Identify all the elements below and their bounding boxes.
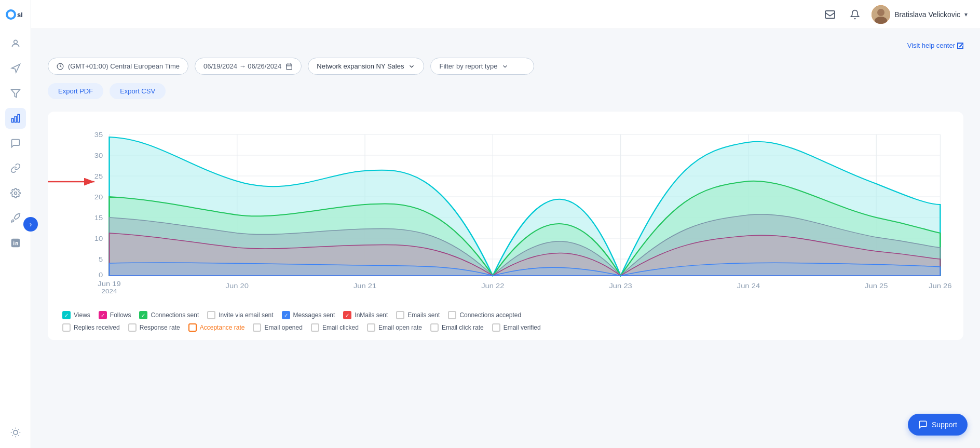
sidebar: sl › <box>0 0 31 448</box>
export-csv-button[interactable]: Export CSV <box>110 83 166 99</box>
filters-row: (GMT+01:00) Central European Time 06/19/… <box>48 58 963 75</box>
page-content: Visit help center (GMT+01:00) Central Eu… <box>31 29 980 448</box>
legend-check-emails-sent <box>396 311 404 319</box>
chart-container: 35 30 25 20 15 10 5 0 <box>48 112 963 340</box>
sidebar-item-linkedin[interactable] <box>5 233 26 253</box>
svg-text:2024: 2024 <box>101 288 117 294</box>
support-button[interactable]: Support <box>908 414 968 436</box>
chart-legend-row2: Replies received Response rate Acceptanc… <box>58 323 953 332</box>
legend-check-replies <box>62 323 71 332</box>
sidebar-item-chat[interactable] <box>5 133 26 154</box>
svg-text:20: 20 <box>94 194 103 200</box>
legend-inmails-sent[interactable]: ✓ InMails sent <box>343 311 388 319</box>
svg-point-10 <box>13 430 17 435</box>
main-content: Bratislava Velickovic ▾ Visit help cente… <box>31 0 980 448</box>
svg-point-1 <box>8 11 14 18</box>
user-chevron-icon: ▾ <box>964 11 968 18</box>
legend-connections-accepted[interactable]: Connections accepted <box>448 311 521 319</box>
legend-replies[interactable]: Replies received <box>62 323 120 332</box>
svg-text:Jun 19: Jun 19 <box>98 280 120 287</box>
svg-rect-19 <box>825 10 835 18</box>
svg-text:Jun 24: Jun 24 <box>737 282 760 289</box>
timezone-filter[interactable]: (GMT+01:00) Central European Time <box>48 58 188 75</box>
legend-email-open-rate[interactable]: Email open rate <box>367 323 422 332</box>
legend-check-messages-sent: ✓ <box>282 311 290 319</box>
legend-follows[interactable]: ✓ Follows <box>99 311 131 319</box>
svg-line-17 <box>12 435 12 436</box>
legend-response-rate[interactable]: Response rate <box>128 323 180 332</box>
sidebar-item-theme[interactable] <box>5 422 26 443</box>
export-row: Export PDF Export CSV <box>48 83 963 99</box>
svg-marker-4 <box>11 90 20 98</box>
legend-email-clicked[interactable]: Email clicked <box>311 323 359 332</box>
svg-text:25: 25 <box>94 173 103 180</box>
svg-rect-7 <box>18 115 19 123</box>
legend-invite-email[interactable]: Invite via email sent <box>207 311 273 319</box>
sidebar-item-filter[interactable] <box>5 83 26 104</box>
date-range-filter[interactable]: 06/19/2024 → 06/26/2024 <box>195 58 302 75</box>
svg-text:0: 0 <box>99 271 103 278</box>
app-logo[interactable]: sl <box>5 5 26 24</box>
svg-text:Jun 22: Jun 22 <box>481 282 504 289</box>
svg-text:Jun 20: Jun 20 <box>226 282 249 289</box>
svg-text:10: 10 <box>94 235 103 242</box>
sidebar-item-campaigns[interactable] <box>5 58 26 79</box>
svg-text:Jun 21: Jun 21 <box>353 282 376 289</box>
user-name: Bratislava Velickovic <box>894 10 960 19</box>
sidebar-item-profile[interactable] <box>5 33 26 54</box>
legend-check-connections-sent: ✓ <box>139 311 147 319</box>
legend-check-connections-accepted <box>448 311 456 319</box>
svg-rect-5 <box>11 118 13 123</box>
legend-check-email-opened <box>253 323 261 332</box>
svg-point-3 <box>13 40 17 44</box>
sidebar-toggle[interactable]: › <box>23 217 38 232</box>
sidebar-item-settings[interactable] <box>5 183 26 203</box>
legend-check-follows: ✓ <box>99 311 107 319</box>
topbar: Bratislava Velickovic ▾ <box>31 0 980 29</box>
legend-views[interactable]: ✓ Views <box>62 311 90 319</box>
chart-legend: ✓ Views ✓ Follows ✓ Connections sent Inv… <box>58 311 953 319</box>
svg-text:35: 35 <box>94 131 103 138</box>
svg-text:sl: sl <box>17 11 23 19</box>
chart-svg: 35 30 25 20 15 10 5 0 <box>58 124 953 301</box>
svg-text:Jun 25: Jun 25 <box>865 282 888 289</box>
legend-messages-sent[interactable]: ✓ Messages sent <box>282 311 335 319</box>
mail-icon[interactable] <box>822 6 838 23</box>
help-center-link[interactable]: Visit help center <box>907 42 963 49</box>
sidebar-item-launch[interactable] <box>5 208 26 228</box>
svg-line-14 <box>18 435 19 436</box>
legend-check-response-rate <box>128 323 137 332</box>
legend-connections-sent[interactable]: ✓ Connections sent <box>139 311 199 319</box>
bell-icon[interactable] <box>847 6 863 23</box>
campaign-filter[interactable]: Network expansion NY Sales <box>308 58 424 75</box>
legend-email-opened[interactable]: Email opened <box>253 323 302 332</box>
sidebar-item-links[interactable] <box>5 158 26 179</box>
svg-line-18 <box>18 429 19 430</box>
sidebar-item-analytics[interactable] <box>5 108 26 129</box>
svg-text:30: 30 <box>94 152 103 159</box>
legend-check-views: ✓ <box>62 311 71 319</box>
user-profile[interactable]: Bratislava Velickovic ▾ <box>872 5 968 24</box>
export-pdf-button[interactable]: Export PDF <box>48 83 103 99</box>
svg-text:Jun 23: Jun 23 <box>609 282 632 289</box>
legend-check-acceptance-rate <box>188 323 197 332</box>
svg-point-8 <box>14 192 17 195</box>
svg-text:5: 5 <box>99 256 103 263</box>
legend-acceptance-rate[interactable]: Acceptance rate <box>188 323 245 332</box>
legend-check-email-click-rate <box>430 323 439 332</box>
report-type-filter[interactable]: Filter by report type <box>430 58 534 75</box>
legend-check-email-clicked <box>311 323 319 332</box>
svg-line-13 <box>12 429 12 430</box>
legend-check-email-open-rate <box>367 323 375 332</box>
svg-rect-6 <box>15 116 16 123</box>
avatar <box>872 5 890 24</box>
legend-check-invite-email <box>207 311 215 319</box>
topbar-icons: Bratislava Velickovic ▾ <box>822 5 968 24</box>
legend-email-click-rate[interactable]: Email click rate <box>430 323 484 332</box>
legend-check-inmails-sent: ✓ <box>343 311 351 319</box>
legend-emails-sent[interactable]: Emails sent <box>396 311 440 319</box>
svg-text:15: 15 <box>94 214 103 221</box>
svg-text:Jun 26: Jun 26 <box>929 282 951 289</box>
legend-check-email-verified <box>492 323 500 332</box>
legend-email-verified[interactable]: Email verified <box>492 323 541 332</box>
